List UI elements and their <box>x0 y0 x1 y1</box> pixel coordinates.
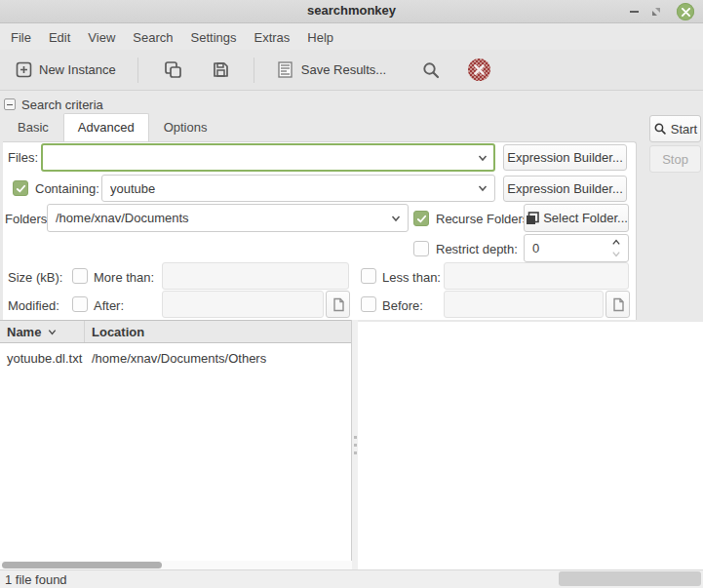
search-icon <box>421 60 441 80</box>
size-less-input[interactable] <box>444 262 629 290</box>
folders-combobox[interactable] <box>47 204 409 232</box>
size-less-label: Less than: <box>382 270 441 285</box>
restrict-depth-checkbox[interactable] <box>413 241 429 256</box>
column-header-name[interactable]: Name <box>0 321 84 342</box>
tab-advanced[interactable]: Advanced <box>63 113 149 141</box>
folders-label: Folders: <box>5 212 51 226</box>
modified-before-input[interactable] <box>444 291 604 318</box>
app-window: searchmonkey File Edit View Search Setti… <box>0 0 703 588</box>
containing-combobox[interactable] <box>101 175 495 202</box>
menubar: File Edit View Search Settings Extras He… <box>0 24 703 50</box>
start-button[interactable]: Start <box>649 115 701 142</box>
containing-input[interactable] <box>101 175 495 202</box>
menu-view[interactable]: View <box>79 26 124 49</box>
menu-edit[interactable]: Edit <box>40 26 79 49</box>
save-button[interactable] <box>204 55 238 85</box>
folders-input[interactable] <box>47 204 409 232</box>
calendar-icon <box>611 297 625 312</box>
search-criteria-title: Search criteria <box>21 98 103 112</box>
save-results-icon <box>276 60 294 79</box>
menu-settings[interactable]: Settings <box>182 26 246 49</box>
restore-icon <box>651 7 661 17</box>
check-icon <box>16 183 26 194</box>
toolbar: New Instance Save Results... <box>0 50 703 91</box>
files-input[interactable] <box>41 143 495 172</box>
status-text: 1 file found <box>5 572 67 587</box>
restrict-depth-spinner[interactable]: 0 <box>524 234 629 262</box>
new-instance-label: New Instance <box>39 62 116 77</box>
menu-help[interactable]: Help <box>298 26 342 49</box>
files-label: Files: <box>8 150 38 165</box>
horizontal-scrollbar[interactable] <box>0 561 352 569</box>
copy-button[interactable] <box>156 55 190 85</box>
size-label: Size (kB): <box>8 270 62 285</box>
table-row[interactable]: yotuube.dl.txt /home/xnav/Documents/Othe… <box>0 347 351 369</box>
splitter-handle-icon <box>354 444 357 447</box>
containing-expression-builder-button[interactable]: Expression Builder... <box>503 176 627 202</box>
after-date-picker-button[interactable] <box>326 291 350 318</box>
size-more-label: More than: <box>94 270 154 285</box>
splitter-handle-icon <box>354 436 357 439</box>
stop-icon <box>468 59 490 81</box>
select-folder-button[interactable]: Select Folder... <box>524 204 629 232</box>
new-instance-button[interactable]: New Instance <box>8 56 124 84</box>
toolbar-separator <box>137 58 138 83</box>
titlebar[interactable]: searchmonkey <box>0 0 703 23</box>
minimize-icon <box>630 11 639 13</box>
splitter-handle-icon <box>354 451 357 454</box>
before-date-picker-button[interactable] <box>605 291 630 318</box>
result-location: /home/xnav/Documents/Others <box>85 351 266 366</box>
close-button[interactable] <box>677 3 694 20</box>
restrict-depth-value: 0 <box>532 241 539 255</box>
search-toolbar-button[interactable] <box>413 55 449 86</box>
menu-search[interactable]: Search <box>124 26 181 49</box>
new-instance-icon <box>16 61 32 78</box>
close-icon <box>682 8 690 17</box>
toolbar-separator <box>254 58 254 83</box>
containing-label: Containing: <box>35 181 99 196</box>
select-folder-icon <box>525 211 540 226</box>
containing-checkbox[interactable] <box>13 180 28 196</box>
check-icon <box>416 214 427 224</box>
stop-button: Stop <box>649 145 701 173</box>
menu-file[interactable]: File <box>2 26 40 49</box>
select-folder-label: Select Folder... <box>543 211 628 225</box>
criteria-tabs: Basic Advanced Options <box>3 115 221 141</box>
column-header-location[interactable]: Location <box>85 321 151 342</box>
size-less-checkbox[interactable] <box>361 268 376 284</box>
minimize-button[interactable] <box>625 3 643 20</box>
modified-after-checkbox[interactable] <box>72 296 88 312</box>
calendar-icon <box>332 297 345 312</box>
spin-up-icon[interactable] <box>610 237 622 248</box>
tab-options[interactable]: Options <box>149 113 222 141</box>
progress-bar <box>559 571 701 586</box>
save-results-button[interactable]: Save Results... <box>268 55 394 85</box>
window-title: searchmonkey <box>0 3 703 18</box>
files-combobox[interactable] <box>41 143 495 172</box>
scrollbar-thumb[interactable] <box>2 562 162 568</box>
recurse-folders-label: Recurse Folders <box>436 212 528 226</box>
preview-pane[interactable] <box>358 322 703 569</box>
save-results-label: Save Results... <box>301 62 386 77</box>
start-label: Start <box>671 122 697 137</box>
tab-basic[interactable]: Basic <box>3 113 63 141</box>
collapse-icon[interactable] <box>4 98 16 110</box>
size-more-input[interactable] <box>162 262 349 290</box>
result-name: yotuube.dl.txt <box>0 351 85 366</box>
size-more-checkbox[interactable] <box>72 268 88 284</box>
spin-down-icon[interactable] <box>610 249 622 259</box>
results-table: Name Location yotuube.dl.txt /home/xnav/… <box>0 320 352 561</box>
menu-extras[interactable]: Extras <box>246 26 299 49</box>
recurse-folders-checkbox[interactable] <box>413 211 429 226</box>
modified-after-input[interactable] <box>162 291 324 318</box>
sort-chevron-icon <box>47 327 58 337</box>
modified-after-label: After: <box>94 298 124 313</box>
modified-before-checkbox[interactable] <box>361 296 376 312</box>
save-icon <box>212 60 230 79</box>
modified-before-label: Before: <box>382 298 423 313</box>
restrict-depth-label: Restrict depth: <box>436 242 518 256</box>
search-criteria-expander[interactable]: Search criteria <box>4 97 103 112</box>
files-expression-builder-button[interactable]: Expression Builder... <box>503 144 627 171</box>
search-icon <box>653 122 667 136</box>
restore-button[interactable] <box>647 3 665 20</box>
